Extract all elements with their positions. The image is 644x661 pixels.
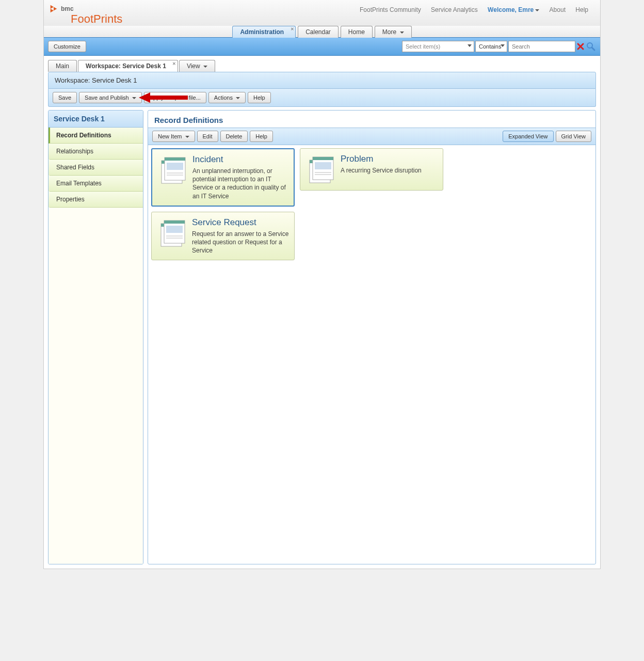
caret-down-icon: [236, 97, 240, 99]
search-bar: Select item(s) Contains: [402, 41, 596, 52]
card-column-right: Problem A recurring Service disruption: [300, 148, 443, 260]
card-incident[interactable]: Incident An unplanned interruption, or p…: [151, 148, 295, 207]
sidebar: Service Desk 1 Record Definitions Relati…: [48, 110, 143, 564]
card-title: Incident: [192, 154, 288, 165]
sidebar-item-shared-fields[interactable]: Shared Fields: [49, 160, 143, 176]
panel-toolbar: New Item Edit Delete Help Expanded View …: [148, 128, 595, 145]
nav-tab-label: Administration: [240, 28, 284, 36]
card-column-left: Incident An unplanned interruption, or p…: [151, 148, 295, 260]
link-help[interactable]: Help: [575, 6, 588, 13]
card-desc: An unplanned interruption, or potential …: [192, 167, 288, 200]
link-about[interactable]: About: [550, 6, 566, 13]
card-body: Incident An unplanned interruption, or p…: [192, 154, 288, 200]
button-label: Actions: [214, 95, 233, 101]
save-button[interactable]: Save: [53, 92, 77, 103]
apply-template-button[interactable]: Apply template file...: [144, 92, 206, 103]
document-stack-icon: [157, 154, 188, 185]
button-label: Save and Publish: [85, 95, 129, 101]
sidebar-item-properties[interactable]: Properties: [49, 192, 143, 208]
customize-button[interactable]: Customize: [48, 41, 86, 52]
inner-tab-label: Workspace: Service Desk 1: [86, 62, 166, 70]
link-community[interactable]: FootPrints Community: [360, 6, 421, 13]
link-welcome[interactable]: Welcome, Emre: [488, 6, 539, 13]
clear-search-icon[interactable]: [576, 42, 585, 51]
select-items-dropdown[interactable]: Select item(s): [402, 41, 474, 52]
card-desc: Request for an answer to a Service relat…: [192, 230, 289, 255]
nav-tab-administration[interactable]: Administration ✕: [232, 26, 296, 38]
card-body: Problem A recurring Service disruption: [341, 154, 438, 185]
sidebar-item-email-templates[interactable]: Email Templates: [49, 176, 143, 192]
actions-button[interactable]: Actions: [208, 92, 246, 103]
bmc-logo-icon: [49, 4, 58, 13]
svg-rect-12: [166, 226, 183, 233]
main-panel: Record Definitions New Item Edit Delete …: [148, 110, 596, 564]
nav-tab-home[interactable]: Home: [341, 26, 373, 38]
card-problem[interactable]: Problem A recurring Service disruption: [300, 148, 443, 191]
card-title: Service Request: [192, 217, 289, 228]
inner-tab-main[interactable]: Main: [48, 60, 77, 72]
logo-product-text: FootPrints: [71, 12, 122, 26]
nav-tab-label: More: [382, 28, 396, 36]
inner-tabs-wrap: Main Workspace: Service Desk 1 ✕ View: [44, 56, 600, 72]
panel-title: Record Definitions: [148, 111, 595, 128]
card-desc: A recurring Service disruption: [341, 166, 438, 175]
delete-button[interactable]: Delete: [220, 131, 248, 142]
caret-down-icon: [203, 66, 207, 68]
sidebar-item-relationships[interactable]: Relationships: [49, 144, 143, 160]
edit-button[interactable]: Edit: [197, 131, 218, 142]
close-icon[interactable]: ✕: [172, 61, 176, 66]
svg-rect-19: [315, 162, 331, 169]
inner-tab-workspace[interactable]: Workspace: Service Desk 1 ✕: [78, 60, 178, 72]
contains-dropdown[interactable]: Contains: [475, 41, 507, 52]
sidebar-fill: [49, 208, 143, 564]
nav-tab-more[interactable]: More: [375, 26, 412, 38]
caret-down-icon: [185, 136, 189, 138]
help-button[interactable]: Help: [248, 92, 271, 103]
sidebar-item-record-definitions[interactable]: Record Definitions: [49, 128, 143, 144]
svg-rect-18: [313, 157, 333, 160]
blue-toolbar: Customize Select item(s) Contains: [44, 37, 600, 56]
app-window: bmc FootPrints FootPrints Community Serv…: [43, 0, 601, 569]
search-input[interactable]: [508, 41, 575, 52]
cards-area: Incident An unplanned interruption, or p…: [148, 145, 595, 263]
grid-view-button[interactable]: Grid View: [556, 131, 591, 142]
new-item-button[interactable]: New Item: [152, 131, 195, 142]
nav-tab-calendar[interactable]: Calendar: [298, 26, 339, 38]
panel-help-button[interactable]: Help: [250, 131, 273, 142]
save-publish-button[interactable]: Save and Publish: [79, 92, 142, 103]
caret-down-icon: [400, 32, 404, 34]
caret-down-icon: [535, 9, 539, 11]
nav-tabs: Administration ✕ Calendar Home More: [231, 26, 412, 38]
inner-tab-label: View: [187, 62, 200, 70]
inner-tab-view[interactable]: View: [179, 60, 215, 72]
top-links: FootPrints Community Service Analytics W…: [356, 6, 592, 13]
inner-tabs: Main Workspace: Service Desk 1 ✕ View: [48, 60, 596, 72]
caret-down-icon: [132, 97, 136, 99]
content-area: Service Desk 1 Record Definitions Relati…: [48, 110, 596, 564]
close-icon[interactable]: ✕: [291, 27, 294, 32]
svg-rect-11: [164, 221, 185, 224]
card-title: Problem: [341, 154, 438, 164]
workspace-header: Workspace: Service Desk 1: [48, 72, 596, 89]
svg-rect-4: [165, 158, 185, 161]
sidebar-title: Service Desk 1: [49, 111, 143, 128]
document-stack-icon: [305, 154, 336, 185]
link-analytics[interactable]: Service Analytics: [431, 6, 478, 13]
card-service-request[interactable]: Service Request Request for an answer to…: [151, 212, 295, 261]
logo-bmc-text: bmc: [61, 5, 74, 12]
expanded-view-button[interactable]: Expanded View: [503, 131, 553, 142]
button-label: New Item: [158, 133, 182, 139]
svg-rect-5: [167, 163, 183, 170]
search-icon[interactable]: [586, 41, 596, 52]
workspace-toolbar: Save Save and Publish Apply template fil…: [48, 89, 596, 107]
card-body: Service Request Request for an answer to…: [192, 217, 289, 255]
nav-tabs-wrap: Administration ✕ Calendar Home More: [44, 26, 600, 37]
header-top: bmc FootPrints FootPrints Community Serv…: [44, 0, 600, 26]
document-stack-icon: [157, 217, 188, 248]
